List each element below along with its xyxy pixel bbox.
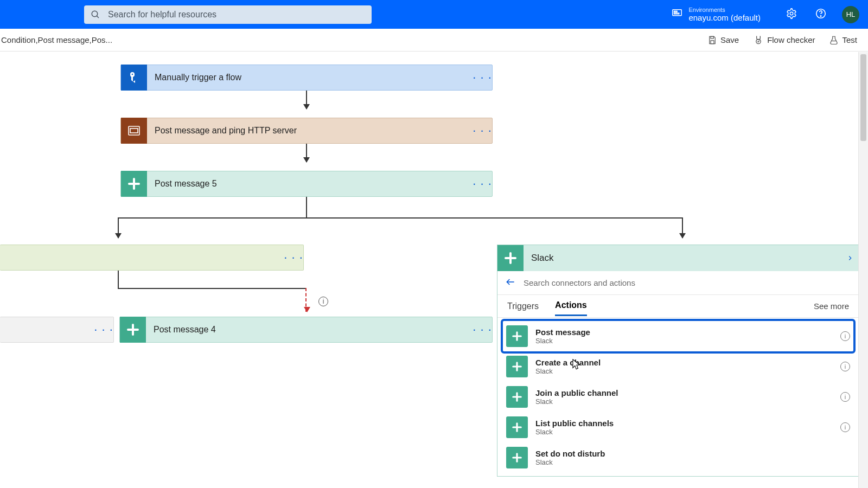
test-button[interactable]: Test (829, 35, 857, 45)
connector-line (118, 271, 119, 288)
card-menu[interactable]: · · · (473, 70, 492, 85)
slack-action-title: Post message 5 (147, 179, 473, 189)
info-icon[interactable]: i (840, 331, 850, 341)
branch-arrow-left (118, 217, 119, 238)
settings-icon[interactable] (786, 8, 797, 21)
slack-icon (506, 386, 528, 408)
svg-rect-8 (711, 36, 713, 38)
svg-rect-9 (711, 40, 714, 43)
slack-icon (506, 325, 528, 347)
branch-yes-card[interactable]: · · · (0, 245, 304, 271)
action-item-post-message[interactable]: Post message Slack i (503, 321, 853, 351)
connector-arrow (306, 91, 307, 109)
action-search-input[interactable] (524, 278, 851, 287)
flow-checker-button[interactable]: Flow checker (753, 35, 815, 46)
help-icon[interactable] (815, 8, 827, 21)
action-item-dnd[interactable]: Set do not disturb Slack (503, 442, 853, 473)
scope-card[interactable]: Post message and ping HTTP server · · · (120, 118, 493, 144)
action-picker-panel: Slack Triggers Actions See more Post mes… (497, 245, 859, 477)
back-arrow-icon[interactable] (505, 277, 516, 289)
panel-tabs: Triggers Actions See more (497, 295, 859, 318)
card-menu[interactable]: · · · (473, 124, 492, 138)
action-item-title: Set do not disturb (535, 449, 605, 458)
svg-line-1 (97, 16, 99, 18)
action-item-create-channel[interactable]: Create a channel Slack i (503, 351, 853, 382)
action-list: Post message Slack i Create a channel Sl… (497, 318, 859, 476)
svg-rect-3 (674, 11, 678, 12)
slack-icon (120, 317, 146, 343)
global-search[interactable] (84, 5, 372, 24)
svg-point-0 (92, 11, 98, 17)
trigger-title: Manually trigger a flow (147, 73, 473, 82)
slack-icon (497, 245, 524, 271)
connector-line (306, 197, 307, 217)
card-menu[interactable]: · · · (473, 177, 492, 191)
svg-rect-2 (673, 10, 682, 16)
connector-line (118, 288, 307, 289)
info-icon[interactable]: i (318, 297, 328, 306)
card-menu[interactable]: · · · (284, 251, 303, 265)
see-more-link[interactable]: See more (814, 301, 849, 311)
action-item-title: Post message (535, 328, 590, 337)
slack-icon (506, 447, 528, 468)
tab-triggers[interactable]: Triggers (507, 297, 539, 316)
action-item-subtitle: Slack (535, 337, 590, 345)
scrollbar-thumb[interactable] (860, 54, 866, 141)
slack-action-card[interactable]: Post message 5 · · · (120, 171, 493, 197)
trigger-icon (121, 65, 147, 91)
save-button[interactable]: Save (707, 35, 739, 45)
action-item-subtitle: Slack (535, 458, 605, 466)
action-item-title: Create a channel (535, 358, 601, 367)
info-icon[interactable]: i (840, 362, 850, 371)
environment-picker[interactable]: Environments enayu.com (default) (671, 7, 761, 22)
scope-title: Post message and ping HTTP server (147, 126, 473, 136)
branch-line (118, 217, 683, 219)
card-menu[interactable]: · · · (473, 323, 492, 337)
environment-label: Environments enayu.com (default) (688, 7, 761, 22)
slack-icon (506, 416, 528, 438)
action-item-list-channels[interactable]: List public channels Slack i (503, 412, 853, 442)
svg-point-13 (132, 74, 133, 75)
svg-rect-4 (674, 13, 679, 14)
top-bar: Environments enayu.com (default) HL (0, 0, 868, 29)
connector-arrow (306, 144, 307, 162)
action-item-subtitle: Slack (535, 367, 601, 375)
slack-icon (121, 171, 147, 197)
panel-header[interactable]: Slack (497, 245, 859, 271)
breadcrumb: Condition,Post message,Pos... (1, 35, 112, 44)
expand-icon[interactable] (841, 252, 859, 265)
environment-icon (671, 8, 683, 21)
svg-rect-15 (130, 129, 138, 133)
global-search-input[interactable] (108, 10, 365, 20)
search-icon (91, 10, 100, 20)
svg-point-5 (790, 12, 793, 15)
action-item-subtitle: Slack (535, 428, 614, 436)
error-connector-arrow (305, 288, 307, 312)
user-avatar[interactable]: HL (842, 6, 859, 23)
info-icon[interactable]: i (840, 422, 850, 432)
action-item-title: List public channels (535, 419, 614, 428)
info-icon[interactable]: i (840, 392, 850, 402)
svg-point-7 (820, 16, 821, 16)
trigger-card[interactable]: Manually trigger a flow · · · (120, 65, 493, 91)
action-item-join-channel[interactable]: Join a public channel Slack i (503, 382, 853, 412)
tab-actions[interactable]: Actions (555, 296, 587, 316)
collapsed-action-card[interactable]: · · · (0, 317, 114, 343)
panel-title: Slack (524, 253, 841, 264)
slack-action-title: Post message 4 (146, 325, 473, 335)
branch-arrow-right (682, 217, 683, 238)
card-menu[interactable]: · · · (94, 323, 113, 337)
action-item-subtitle: Slack (535, 397, 618, 406)
slack-action-card[interactable]: Post message 4 · · · (119, 317, 493, 343)
action-item-title: Join a public channel (535, 388, 618, 397)
flow-canvas[interactable]: Manually trigger a flow · · · Post messa… (0, 52, 868, 488)
scope-icon (121, 118, 147, 144)
command-bar: Condition,Post message,Pos... Save Flow … (0, 29, 868, 52)
slack-icon (506, 356, 528, 377)
panel-search-row (497, 271, 859, 295)
vertical-scrollbar[interactable] (858, 52, 868, 488)
